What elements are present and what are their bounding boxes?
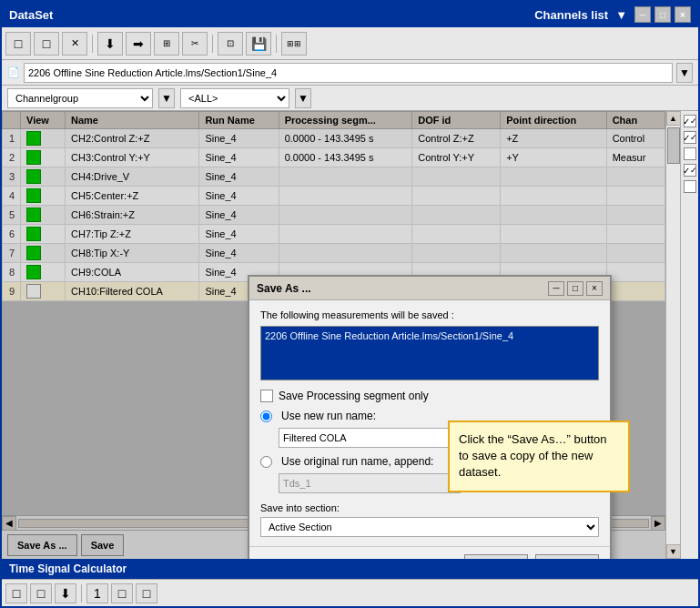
- filepath-dropdown[interactable]: ▼: [676, 63, 693, 83]
- append-input[interactable]: [279, 473, 461, 493]
- filepath-icon: 📄: [7, 66, 20, 78]
- tsc-btn-2[interactable]: □: [30, 583, 52, 603]
- run-name-input[interactable]: [279, 428, 461, 448]
- use-new-run-radio[interactable]: [260, 410, 272, 422]
- channelgroup-chevron[interactable]: ▼: [158, 88, 175, 108]
- all-dropdown[interactable]: <ALL>: [180, 88, 289, 108]
- all-chevron[interactable]: ▼: [295, 88, 311, 108]
- modal-description: The following measurements will be saved…: [260, 309, 599, 320]
- toolbar-sep2: [212, 35, 213, 53]
- modal-cancel-button[interactable]: Cancel: [535, 554, 599, 559]
- modal-minimize[interactable]: ─: [548, 281, 564, 296]
- filter-bar: Channelgroup ▼ <ALL> ▼: [2, 86, 698, 111]
- channels-list-label: Channels list: [534, 8, 608, 22]
- use-original-run-radio[interactable]: [260, 456, 272, 468]
- tsc-toolbar: □ □ ⬇ 1 □ □: [2, 579, 698, 606]
- toolbar-btn-open[interactable]: □: [34, 32, 59, 56]
- save-processing-checkbox[interactable]: [260, 390, 273, 402]
- title-bar-right: Channels list ▼ ─ □ ×: [534, 6, 691, 23]
- main-window: DataSet Channels list ▼ ─ □ × □ □ ✕ ⬇ ➡ …: [0, 0, 700, 608]
- save-processing-row: Save Processing segment only: [260, 390, 599, 402]
- modal-close[interactable]: ×: [586, 281, 603, 296]
- modal-listbox[interactable]: 2206 Offline Sine Reduction Article.lms/…: [260, 326, 599, 380]
- filepath-input[interactable]: [24, 63, 673, 83]
- toolbar-btn-cut[interactable]: ✂: [182, 32, 208, 56]
- tsc-btn-5[interactable]: □: [111, 583, 133, 603]
- toolbar-btn-grid2[interactable]: ⊞⊞: [281, 32, 307, 56]
- right-check-3[interactable]: [684, 147, 696, 160]
- use-new-run-label: Use new run name:: [281, 410, 376, 422]
- tooltip-text: Click the “Save As…” button to save a co…: [459, 432, 607, 479]
- close-button[interactable]: ×: [675, 6, 691, 23]
- modal-ok-button[interactable]: OK: [464, 554, 528, 559]
- toolbar-btn-channels[interactable]: ⊡: [218, 32, 243, 56]
- right-check-5[interactable]: [684, 180, 696, 193]
- right-scrollbar: ▲ ▼: [665, 111, 680, 559]
- maximize-button[interactable]: □: [654, 6, 671, 23]
- tsc-btn-3[interactable]: ⬇: [55, 583, 76, 603]
- tsc-bar: Time Signal Calculator: [2, 559, 698, 579]
- channelgroup-dropdown[interactable]: Channelgroup: [7, 88, 153, 108]
- tsc-btn-1[interactable]: □: [5, 583, 27, 603]
- tsc-btn-6[interactable]: □: [136, 583, 157, 603]
- right-check-1[interactable]: ✓: [684, 115, 696, 127]
- save-as-modal: Save As ... ─ □ × The following measurem…: [248, 275, 612, 559]
- toolbar-btn-save[interactable]: 💾: [246, 32, 271, 56]
- title-bar-controls: ─ □ ×: [634, 6, 691, 23]
- toolbar-btn-arrow[interactable]: ➡: [126, 32, 151, 56]
- tsc-label: Time Signal Calculator: [9, 562, 127, 575]
- toolbar-btn-close[interactable]: ✕: [62, 32, 87, 56]
- toolbar-btn-grid1[interactable]: ⊞: [154, 32, 179, 56]
- modal-title: Save As ...: [257, 282, 311, 295]
- modal-controls: ─ □ ×: [548, 281, 603, 296]
- save-section-label: Save into section:: [260, 502, 599, 513]
- main-content: View Name Run Name Processing segm... DO…: [2, 111, 698, 559]
- scrollbar-up-btn[interactable]: ▲: [666, 111, 681, 126]
- modal-maximize[interactable]: □: [567, 281, 583, 296]
- toolbar-btn-down[interactable]: ⬇: [97, 32, 123, 56]
- table-container: View Name Run Name Processing segm... DO…: [2, 111, 665, 559]
- channels-list-chevron[interactable]: ▼: [615, 8, 627, 22]
- right-check-4[interactable]: ✓: [684, 164, 696, 177]
- toolbar-btn-new[interactable]: □: [5, 32, 31, 56]
- save-dropdown-row: Active Section: [260, 517, 599, 537]
- save-section-dropdown[interactable]: Active Section: [260, 517, 599, 537]
- toolbar-sep1: [92, 35, 93, 53]
- scrollbar-thumb[interactable]: [667, 127, 680, 164]
- scrollbar-down-btn[interactable]: ▼: [666, 544, 681, 559]
- modal-footer: OK Cancel: [249, 546, 610, 559]
- app-title: DataSet: [9, 8, 53, 22]
- modal-titlebar: Save As ... ─ □ ×: [249, 277, 610, 300]
- use-original-run-label: Use original run name, append:: [281, 455, 433, 468]
- right-checkboxes: ✓ ✓ ✓: [680, 111, 698, 559]
- tsc-sep: [81, 584, 82, 603]
- toolbar-sep3: [276, 35, 277, 53]
- title-bar: DataSet Channels list ▼ ─ □ ×: [2, 2, 698, 27]
- save-section: Save into section: Active Section: [260, 502, 599, 537]
- right-check-2[interactable]: ✓: [684, 131, 696, 144]
- tsc-btn-4[interactable]: 1: [86, 583, 108, 603]
- scrollbar-track[interactable]: [666, 126, 681, 544]
- save-processing-label: Save Processing segment only: [279, 390, 429, 402]
- filepath-bar: 📄 ▼: [2, 60, 698, 86]
- minimize-button[interactable]: ─: [634, 6, 651, 23]
- tooltip-box: Click the “Save As…” button to save a co…: [448, 421, 630, 492]
- toolbar: □ □ ✕ ⬇ ➡ ⊞ ✂ ⊡ 💾 ⊞⊞: [2, 27, 698, 60]
